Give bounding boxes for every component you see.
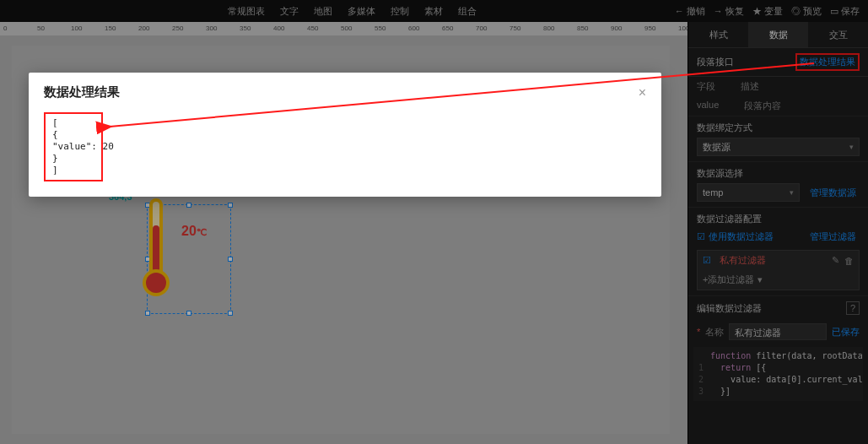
- json-result: [ { "value": 20 } ]: [44, 112, 103, 181]
- close-icon[interactable]: ×: [639, 85, 646, 100]
- modal-overlay[interactable]: [0, 0, 868, 444]
- modal-title: 数据处理结果: [44, 84, 120, 100]
- data-result-modal: 数据处理结果 × [ { "value": 20 } ]: [29, 73, 661, 197]
